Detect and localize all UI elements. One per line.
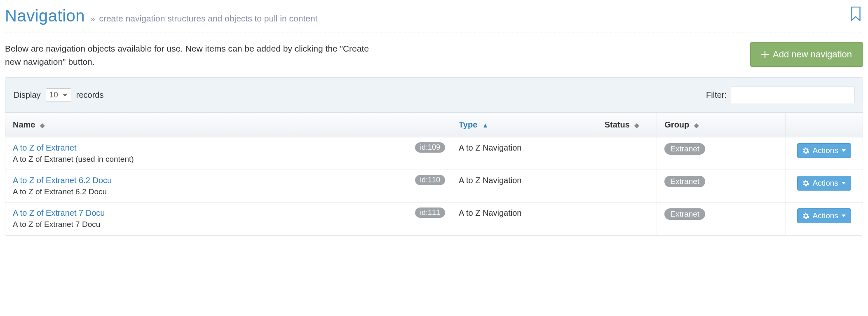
bookmark-icon[interactable] [850,7,861,21]
actions-label: Actions [812,179,838,188]
caret-down-icon [842,215,846,217]
id-badge: id:109 [415,142,445,153]
col-header-name-label: Name [13,120,35,129]
actions-button[interactable]: Actions [797,176,851,191]
col-header-actions [786,113,863,137]
cell-type: A to Z Navigation [451,203,597,235]
cell-actions: Actions [786,203,863,235]
cell-status [597,137,657,170]
col-header-group[interactable]: Group ◆ [657,113,786,137]
cell-actions: Actions [786,170,863,203]
caret-down-icon [842,182,846,184]
id-badge: id:111 [415,208,445,218]
filter-group: Filter: [706,87,854,103]
page-title: Navigation [5,7,85,25]
table-row: A to Z of Extranet 7 DocuA to Z of Extra… [5,203,863,235]
row-desc: A to Z of Extranet 7 Docu [13,220,100,229]
display-count-value: 10 [49,90,58,99]
sort-icon: ◆ [634,122,639,129]
sort-asc-icon: ▲ [482,122,488,129]
display-label: Display [14,90,41,100]
filter-label: Filter: [706,90,727,100]
sort-icon: ◆ [40,122,45,129]
actions-button[interactable]: Actions [797,208,851,223]
group-badge: Extranet [664,143,705,155]
cell-actions: Actions [786,137,863,170]
add-new-navigation-button[interactable]: Add new navigation [750,42,863,67]
filter-input[interactable] [731,87,854,103]
display-count-select[interactable]: 10 [46,88,71,101]
chevron-right-icon: » [91,14,95,23]
cell-name: A to Z of Extranet 6.2 DocuA to Z of Ext… [5,170,451,203]
col-header-group-label: Group [664,120,689,129]
table-row: A to Z of ExtranetA to Z of Extranet (us… [5,137,863,170]
id-badge: id:110 [415,175,445,185]
gear-icon [802,212,809,219]
cell-status [597,203,657,235]
row-name-link[interactable]: A to Z of Extranet [13,143,77,153]
cell-group: Extranet [657,170,786,203]
page-header: Navigation » create navigation structure… [5,5,863,33]
sort-icon: ◆ [694,122,699,129]
cell-type: A to Z Navigation [451,170,597,203]
page-subtitle: » create navigation structures and objec… [91,14,317,24]
gear-icon [802,147,809,154]
group-badge: Extranet [664,176,705,187]
cell-type: A to Z Navigation [451,137,597,170]
plus-icon [761,51,769,58]
actions-button[interactable]: Actions [797,143,851,158]
add-new-navigation-label: Add new navigation [773,49,852,60]
cell-group: Extranet [657,203,786,235]
col-header-status-label: Status [605,120,630,129]
group-badge: Extranet [664,208,705,220]
cell-group: Extranet [657,137,786,170]
records-label: records [76,90,104,100]
col-header-type-label: Type [459,120,477,129]
row-name-link[interactable]: A to Z of Extranet 7 Docu [13,208,105,218]
actions-label: Actions [812,211,838,220]
table-panel: Display 10 records Filter: Name ◆ Type [5,77,863,236]
row-name-link[interactable]: A to Z of Extranet 6.2 Docu [13,176,112,185]
navigation-table: Name ◆ Type ▲ Status ◆ Group ◆ A to Z of… [5,112,863,235]
col-header-type[interactable]: Type ▲ [451,113,597,137]
caret-down-icon [842,149,846,152]
intro-text: Below are navigation objects available f… [5,42,376,68]
gear-icon [802,180,809,186]
col-header-name[interactable]: Name ◆ [5,113,451,137]
actions-label: Actions [812,146,838,155]
page-subtitle-text: create navigation structures and objects… [99,14,317,23]
table-toolbar: Display 10 records Filter: [5,78,863,112]
cell-name: A to Z of Extranet 7 DocuA to Z of Extra… [5,203,451,235]
chevron-down-icon [62,92,68,98]
cell-name: A to Z of ExtranetA to Z of Extranet (us… [5,137,451,170]
cell-status [597,170,657,203]
table-header-row: Name ◆ Type ▲ Status ◆ Group ◆ [5,113,863,137]
col-header-status[interactable]: Status ◆ [597,113,657,137]
intro-row: Below are navigation objects available f… [5,33,863,77]
row-desc: A to Z of Extranet (used in content) [13,155,134,163]
table-row: A to Z of Extranet 6.2 DocuA to Z of Ext… [5,170,863,203]
display-records-group: Display 10 records [14,88,103,101]
row-desc: A to Z of Extranet 6.2 Docu [13,187,107,196]
